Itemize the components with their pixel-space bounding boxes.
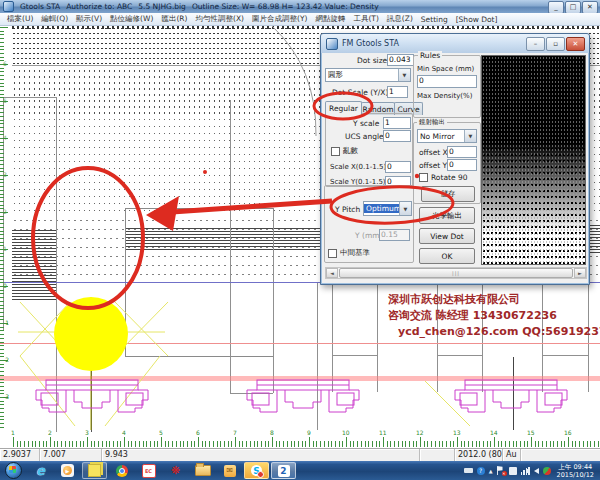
ucs-angle-label: UCS angle [345,132,384,141]
dialog-maximize-button[interactable]: ▫ [546,37,565,51]
save-button[interactable]: 儲存 [421,186,475,202]
view-dot-button[interactable]: View Dot [419,228,475,244]
status-cell-scale: 2012.0 (80.0) [455,449,503,461]
ruler-label: 8 [270,430,274,436]
taskbar-sticky-notes[interactable] [82,462,107,479]
max-density-label: Max Density(%) [417,92,472,100]
y-pitch-select[interactable]: Optimum ▼ [363,201,412,216]
watermark-text: 深圳市跃创达科技有限公司 咨询交流 陈经理 13430672236 ycd_ch… [388,292,600,340]
mirror-select[interactable]: No Mirror ▼ [417,129,477,143]
ruler-label: -3 [3,394,9,400]
middle-reference-checkbox[interactable]: 中間基準 [328,248,370,258]
taskbar-ec-app[interactable]: EC [136,462,161,479]
chrome-icon [116,465,128,477]
sync-icon[interactable] [543,467,551,475]
menu-dot-edit[interactable]: 點位編修(W) [106,13,157,25]
file-name: 5.5 NJHG.big [138,2,186,11]
menu-compose[interactable]: 圖片合成調整(Y) [248,13,311,25]
scale-x-label: Scale X(0.1-1.5) [330,163,386,171]
yellow-guide-line [425,381,470,426]
taskbar-internet-explorer[interactable]: e [28,462,53,479]
dialog-minimize-button[interactable]: – [526,37,545,51]
taskbar-skype[interactable]: S [244,462,269,479]
menu-view[interactable]: 顯示(V) [72,13,106,25]
scroll-left-arrow[interactable]: ◄ [326,268,338,278]
scale-x-input[interactable]: 0 [385,161,411,173]
start-button[interactable] [1,462,26,479]
menu-rotate[interactable]: 網點旋轉 [311,13,349,25]
ruler-label: 14 [490,430,498,436]
random-checkbox[interactable]: 亂數 [331,146,358,156]
offset-y-input[interactable]: 0 [447,159,477,171]
scrollbar-thumb[interactable]: ||| [339,268,573,278]
skype-icon: S [251,465,262,476]
ruler-label: 5 [3,98,7,104]
action-center-flag-icon[interactable]: ✕ [497,466,505,475]
taskbar-clock[interactable]: 上午 09:44 2015/10/12 [555,463,600,479]
dialog-close-button[interactable]: ✕ [566,37,585,51]
scroll-right-arrow[interactable]: ► [574,268,586,278]
menu-uniformity[interactable]: 均勻性調整(X) [191,13,248,25]
ruler-label: 11 [379,430,387,436]
status-bar: 2.9037 7.007 9.943 2012.0 (80.0) Au [0,448,600,461]
menu-show-dot[interactable]: [Show Dot] [452,14,502,25]
taskbar-outlook[interactable]: ✉ [217,462,242,479]
status-cell-unit: Au [503,449,521,461]
rotate-90-checkbox[interactable]: Rotate 90 [419,173,467,182]
horizontal-ruler: 1 2 3 4 5 6 7 8 9 10 11 12 13 14 15 16 [0,430,600,447]
menu-export[interactable]: 匯出(R) [157,13,191,25]
gtools-sta-screen: Gtools STA Authorize to: ABC 5.5 NJHG.bi… [0,0,600,480]
keyboard-icon[interactable] [464,468,473,473]
cad-line [273,208,274,393]
taskbar-gtools-active[interactable]: 2 [271,462,296,479]
hidden-icons-chevron[interactable]: ▲ [489,467,493,475]
dot-scale-label: Dot Scale (Y/X) [332,88,388,97]
chevron-down-icon[interactable]: ▼ [398,69,410,81]
dot-shape-select[interactable]: 圓形 ▼ [325,68,411,82]
taskbar-media-player[interactable]: ▶ [55,462,80,479]
gtools-app-icon: 2 [278,465,290,477]
dialog-horizontal-scrollbar[interactable]: ◄ ||| ► [325,267,587,279]
menu-edit[interactable]: 編輯(Q) [37,13,72,25]
ruler-label: 16 [564,430,572,436]
yellow-highlight-circle [54,297,128,371]
taskbar-red-app[interactable]: ❋ [163,462,188,479]
cad-line [513,357,514,430]
outline-info: Outline Size: W= 68.98 H= 123.42 Value: … [192,2,379,11]
y-scale-input[interactable]: 1 [383,117,411,129]
ucs-angle-input[interactable]: 0 [383,130,411,142]
min-space-input[interactable]: 0 [417,75,477,88]
tab-regular[interactable]: Regular [325,101,362,115]
menu-file[interactable]: 檔案(U) [3,13,37,25]
menu-setting[interactable]: Setting [417,14,452,25]
ruler-label: -2 [3,357,9,363]
menu-info[interactable]: 訊息(Z) [383,13,417,25]
yellow-guide-line [20,302,70,356]
ruler-label: 1 [3,246,7,252]
optical-output-button[interactable]: 光學輸出 [419,207,475,224]
offset-x-input[interactable]: 0 [447,146,477,158]
watermark-line3: ycd_chen@126.com QQ:569192379 [388,324,600,340]
status-cell-z: 9.943 [102,449,420,461]
chevron-down-icon[interactable]: ▼ [464,130,476,142]
help-icon[interactable]: ? [477,467,485,475]
dot-size-input[interactable]: 0.043 [387,54,414,66]
ime-icon[interactable] [509,467,517,475]
chevron-down-icon[interactable]: ▼ [399,202,411,215]
ok-button[interactable]: OK [419,248,475,264]
status-cell-spacer [521,449,600,461]
cad-line [437,355,482,356]
ruler-label: 4 [3,135,7,141]
ruler-label: 6 [3,61,7,67]
media-player-icon: ▶ [61,464,74,477]
ruler-label: 3 [85,430,89,436]
volume-icon[interactable] [534,468,539,474]
taskbar-chrome[interactable] [109,462,134,479]
ruler-label: 9 [307,430,311,436]
fm-gtools-sta-dialog: FM Gtools STA – ▫ ✕ Dot size 0.043 圓形 ▼ … [320,33,590,285]
menu-tools[interactable]: 工具(T) [349,13,382,25]
dot-scale-input[interactable]: 1 [387,86,408,98]
yellow-guide-line [105,356,160,426]
ruler-label: 15 [527,430,535,436]
taskbar-explorer[interactable] [190,462,215,479]
